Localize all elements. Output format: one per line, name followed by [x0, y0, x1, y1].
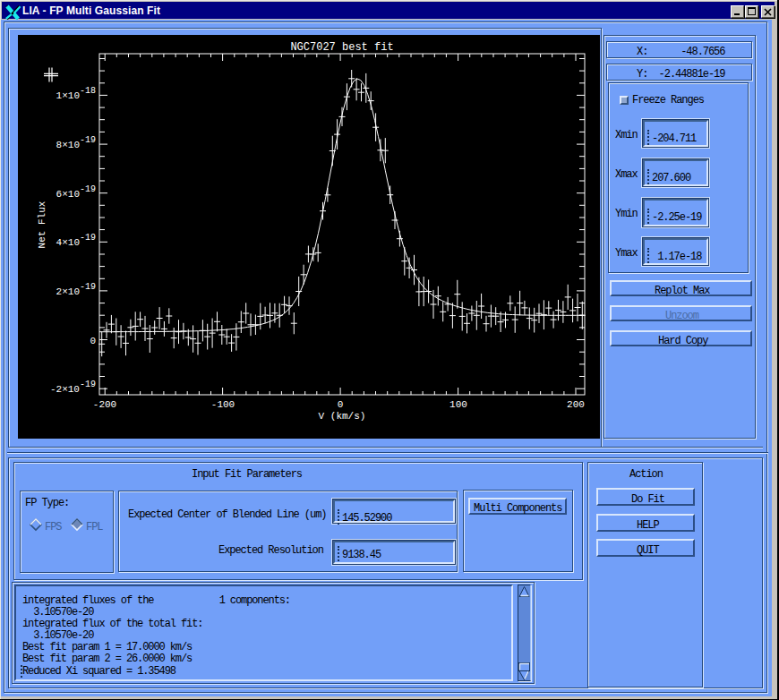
svg-text:0: 0	[90, 336, 96, 346]
svg-text:200: 200	[567, 399, 585, 410]
svg-text:Net Flux: Net Flux	[37, 201, 47, 248]
svg-text:NGC7027 best fit: NGC7027 best fit	[290, 41, 393, 54]
svg-text:V (km/s): V (km/s)	[319, 411, 366, 422]
svg-text:-100: -100	[211, 399, 235, 410]
svg-text:0: 0	[338, 399, 344, 410]
svg-text:-200: -200	[93, 399, 116, 410]
svg-text:100: 100	[449, 399, 467, 410]
